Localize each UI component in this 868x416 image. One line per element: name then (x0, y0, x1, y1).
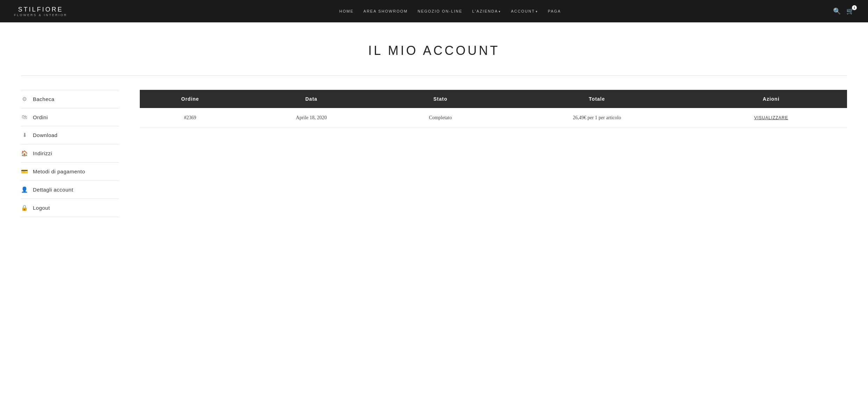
dettagli-account-icon: 👤 (21, 186, 28, 193)
order-total: 26,49€ per 1 per articolo (499, 108, 695, 128)
metodi-pagamento-icon: 💳 (21, 168, 28, 175)
nav-item-negozio-on-line[interactable]: NEGOZIO ON-LINE (418, 9, 462, 13)
table-row: #2369Aprile 18, 2020Completato26,49€ per… (140, 108, 847, 128)
sidebar-label-metodi-pagamento: Metodi di pagamento (33, 168, 85, 174)
col-header-azioni: Azioni (695, 90, 847, 108)
order-number: #2369 (140, 108, 240, 128)
site-logo[interactable]: STILFIORE FLOWERS & INTERIOR (14, 6, 67, 17)
table-header: OrdineDataStatoTotaleAzioni (140, 90, 847, 108)
nav-item-l-azienda[interactable]: L'AZIENDA▾ (472, 9, 501, 13)
logo-brand: STILFIORE (18, 6, 63, 13)
sidebar-item-metodi-pagamento[interactable]: 💳Metodi di pagamento (21, 163, 119, 181)
dropdown-arrow-icon: ▾ (536, 10, 538, 13)
sidebar-label-indirizzi: Indirizzi (33, 150, 52, 156)
table-header-row: OrdineDataStatoTotaleAzioni (140, 90, 847, 108)
sidebar-label-dettagli-account: Dettagli account (33, 187, 73, 193)
sidebar-label-download: Download (33, 132, 58, 138)
sidebar-item-logout[interactable]: 🔒Logout (21, 199, 119, 217)
sidebar-item-dettagli-account[interactable]: 👤Dettagli account (21, 181, 119, 199)
table-area: OrdineDataStatoTotaleAzioni #2369Aprile … (140, 90, 847, 217)
cart-icon-wrapper[interactable]: 🛒 1 (846, 7, 854, 15)
sidebar-label-logout: Logout (33, 205, 50, 211)
main-nav: HOMEAREA SHOWROOMNEGOZIO ON-LINEL'AZIEND… (339, 9, 561, 13)
download-icon: ⬇ (21, 132, 28, 138)
cart-badge-count: 1 (852, 5, 857, 10)
orders-table: OrdineDataStatoTotaleAzioni #2369Aprile … (140, 90, 847, 128)
visualizzare-link[interactable]: VISUALIZZARE (754, 115, 788, 120)
page-title: IL MIO ACCOUNT (7, 43, 861, 58)
search-icon[interactable]: 🔍 (833, 7, 841, 15)
table-body: #2369Aprile 18, 2020Completato26,49€ per… (140, 108, 847, 128)
page-title-section: IL MIO ACCOUNT (0, 22, 868, 76)
logo-tagline: FLOWERS & INTERIOR (14, 13, 67, 17)
nav-item-paga[interactable]: PAGA (548, 9, 561, 13)
sidebar: ⚙Bacheca🛍Ordini⬇Download🏠Indirizzi💳Metod… (21, 90, 119, 217)
col-header-totale: Totale (499, 90, 695, 108)
nav-item-home[interactable]: HOME (339, 9, 354, 13)
order-status: Completato (382, 108, 499, 128)
top-divider (21, 76, 847, 76)
nav-item-account[interactable]: ACCOUNT▾ (511, 9, 538, 13)
dropdown-arrow-icon: ▾ (499, 10, 501, 13)
site-header: STILFIORE FLOWERS & INTERIOR HOMEAREA SH… (0, 0, 868, 22)
col-header-data: Data (240, 90, 382, 108)
order-date: Aprile 18, 2020 (240, 108, 382, 128)
sidebar-item-download[interactable]: ⬇Download (21, 126, 119, 144)
bacheca-icon: ⚙ (21, 96, 28, 102)
sidebar-label-bacheca: Bacheca (33, 96, 55, 102)
sidebar-item-bacheca[interactable]: ⚙Bacheca (21, 90, 119, 108)
nav-item-area-showroom[interactable]: AREA SHOWROOM (363, 9, 408, 13)
nav-icons: 🔍 🛒 1 (833, 7, 854, 15)
ordini-icon: 🛍 (21, 114, 28, 120)
col-header-stato: Stato (382, 90, 499, 108)
order-action: VISUALIZZARE (695, 108, 847, 128)
sidebar-item-ordini[interactable]: 🛍Ordini (21, 108, 119, 126)
sidebar-item-indirizzi[interactable]: 🏠Indirizzi (21, 144, 119, 163)
main-content: ⚙Bacheca🛍Ordini⬇Download🏠Indirizzi💳Metod… (0, 90, 868, 238)
col-header-ordine: Ordine (140, 90, 240, 108)
sidebar-label-ordini: Ordini (33, 114, 48, 120)
logout-icon: 🔒 (21, 205, 28, 211)
indirizzi-icon: 🏠 (21, 150, 28, 157)
